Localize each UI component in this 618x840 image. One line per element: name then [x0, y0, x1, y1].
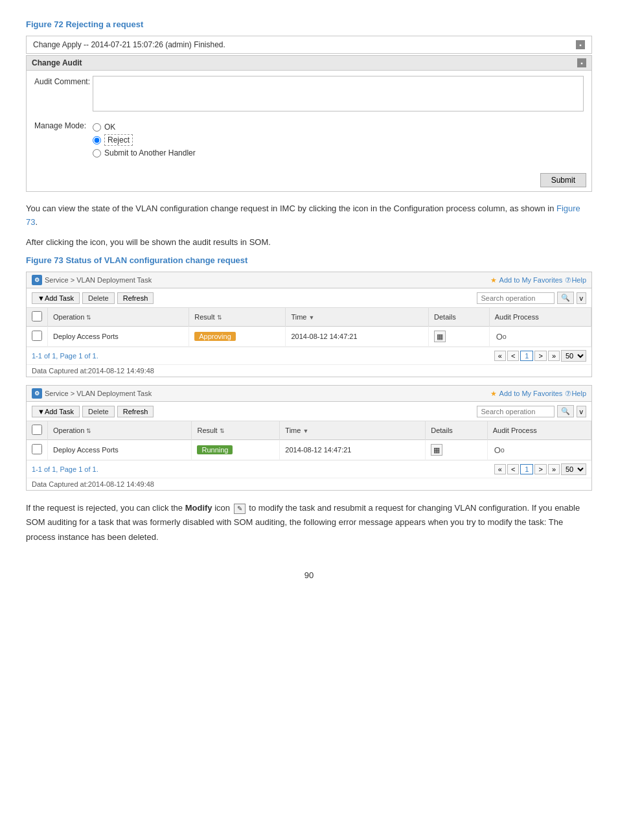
search-area-2: 🔍 v	[477, 405, 587, 417]
radio-reject-input[interactable]	[93, 136, 101, 145]
expand-btn-1[interactable]: v	[577, 292, 587, 304]
figure72-title: Figure 72 Rejecting a request	[26, 19, 592, 29]
change-audit-body: Audit Comment: Manage Mode: OK	[27, 71, 591, 169]
data-captured-2: Data Captured at:2014-08-12 14:49:48	[27, 478, 591, 490]
th-operation-1[interactable]: Operation ⇅	[48, 308, 189, 327]
change-apply-collapse-btn[interactable]: ▪	[576, 40, 585, 49]
figure72-section: Figure 72 Rejecting a request Change App…	[26, 19, 592, 192]
refresh-btn-2[interactable]: Refresh	[117, 406, 154, 417]
pagination-row-2: 1-1 of 1, Page 1 of 1. « < 1 > » 50	[27, 460, 591, 478]
row-time-2-0: 2014-08-12 14:47:21	[280, 440, 426, 460]
help-icon-2[interactable]: ⑦Help	[565, 390, 586, 398]
search-area-1: 🔍 v	[477, 292, 587, 304]
audit-comment-textarea[interactable]	[93, 76, 584, 111]
search-input-2[interactable]	[477, 406, 555, 417]
toolbar-left-1: ▼Add Task Delete Refresh	[32, 292, 154, 304]
body-text-1: You can view the state of the VLAN confi…	[26, 202, 592, 229]
first-page-btn-1[interactable]: «	[494, 351, 506, 361]
row-audit-1-0: Oo	[489, 327, 591, 347]
help-icon-1[interactable]: ⑦Help	[565, 276, 586, 285]
row-details-1-0: ▦	[429, 327, 490, 347]
th-checkbox-2	[27, 421, 48, 440]
th-time-2[interactable]: Time ▼	[280, 421, 426, 440]
star-icon-1: ★	[490, 276, 497, 285]
row-operation-2-0: Deploy Access Ports	[48, 440, 192, 460]
row-audit-2-0: Oo	[487, 440, 591, 460]
change-audit-collapse-btn[interactable]: ▪	[577, 58, 586, 67]
radio-ok-input[interactable]	[93, 123, 101, 132]
search-input-1[interactable]	[477, 292, 555, 304]
data-captured-1: Data Captured at:2014-08-12 14:49:48	[27, 364, 591, 377]
row-check-2-0[interactable]	[32, 444, 42, 454]
pagination-info-1: 1-1 of 1, Page 1 of 1.	[32, 352, 98, 360]
breadcrumb-text-1: Service > VLAN Deployment Task	[45, 276, 152, 284]
th-time-1[interactable]: Time ▼	[286, 308, 429, 327]
delete-btn-2[interactable]: Delete	[82, 406, 115, 417]
radio-reject[interactable]: Reject	[93, 134, 584, 146]
per-page-select-1[interactable]: 50	[561, 350, 586, 362]
manage-mode-row: Manage Mode: OK Reject Submi	[34, 120, 584, 158]
star-icon-2: ★	[490, 390, 497, 398]
body-text-2: After clicking the icon, you will be sho…	[26, 236, 592, 250]
next-page-btn-2[interactable]: >	[534, 464, 546, 474]
expand-btn-2[interactable]: v	[577, 406, 587, 417]
modify-icon[interactable]: ✎	[234, 504, 246, 514]
pagination-info-2: 1-1 of 1, Page 1 of 1.	[32, 465, 98, 473]
vlan-breadcrumb-1: ⚙ Service > VLAN Deployment Task	[32, 275, 152, 285]
status-badge-2-0: Running	[197, 445, 233, 454]
th-checkbox-1	[27, 308, 48, 327]
add-task-btn-1[interactable]: ▼Add Task	[32, 292, 80, 304]
row-details-2-0: ▦	[426, 440, 488, 460]
details-icon-2-0[interactable]: ▦	[431, 444, 442, 456]
manage-mode-label: Manage Mode:	[34, 120, 93, 158]
audit-process-icon-2-0[interactable]: Oo	[493, 443, 506, 456]
row-time-1-0: 2014-08-12 14:47:21	[286, 327, 429, 347]
next-page-btn-1[interactable]: >	[534, 351, 546, 361]
th-result-2[interactable]: Result ⇅	[192, 421, 280, 440]
change-audit-header: Change Audit ▪	[27, 56, 591, 71]
breadcrumb-text-2: Service > VLAN Deployment Task	[45, 390, 152, 397]
details-icon-1-0[interactable]: ▦	[434, 331, 446, 342]
prev-page-btn-2[interactable]: <	[507, 464, 519, 474]
row-check-1-0[interactable]	[32, 331, 42, 341]
vlan-topright-1: ★ Add to My Favorites ⑦Help	[490, 276, 586, 285]
audit-process-icon-1-0[interactable]: Oo	[495, 330, 508, 343]
change-audit-title: Change Audit	[32, 58, 82, 67]
last-page-btn-1[interactable]: »	[548, 351, 560, 361]
prev-page-btn-1[interactable]: <	[507, 351, 519, 361]
add-favorites-link-2[interactable]: Add to My Favorites	[499, 390, 563, 397]
submit-row: Submit	[27, 169, 591, 191]
row-operation-1-0: Deploy Access Ports	[48, 327, 189, 347]
radio-submit[interactable]: Submit to Another Handler	[93, 148, 584, 158]
th-result-1[interactable]: Result ⇅	[189, 308, 286, 327]
bottom-text: If the request is rejected, you can clic…	[26, 501, 592, 544]
search-btn-1[interactable]: 🔍	[557, 292, 574, 304]
row-result-1-0: Approving	[189, 327, 286, 347]
search-btn-2[interactable]: 🔍	[557, 405, 574, 417]
th-operation-2[interactable]: Operation ⇅	[48, 421, 192, 440]
table-row-1-0: Deploy Access Ports Approving 2014-08-12…	[27, 327, 591, 347]
first-page-btn-2[interactable]: «	[494, 464, 506, 474]
data-table-1: Operation ⇅ Result ⇅ Time ▼ Details Audi…	[27, 308, 591, 347]
last-page-btn-2[interactable]: »	[548, 464, 560, 474]
figure73-section: Figure 73 Status of VLAN configuration c…	[26, 255, 592, 491]
audit-comment-row: Audit Comment:	[34, 76, 584, 113]
radio-submit-input[interactable]	[93, 149, 101, 158]
audit-comment-label: Audit Comment:	[34, 76, 93, 113]
bottom-text-part1: If the request is rejected, you can clic…	[26, 503, 185, 513]
per-page-select-2[interactable]: 50	[561, 463, 586, 475]
sort-result-1: ⇅	[217, 314, 222, 321]
sort-time-2: ▼	[303, 428, 308, 434]
change-apply-text: Change Apply -- 2014-07-21 15:07:26 (adm…	[33, 40, 225, 49]
delete-btn-1[interactable]: Delete	[82, 292, 115, 304]
refresh-btn-1[interactable]: Refresh	[117, 292, 154, 304]
submit-button[interactable]: Submit	[540, 173, 586, 187]
select-all-2[interactable]	[32, 425, 42, 435]
body-text-1-part1: You can view the state of the VLAN confi…	[26, 204, 556, 213]
radio-ok[interactable]: OK	[93, 122, 584, 132]
add-task-btn-2[interactable]: ▼Add Task	[32, 406, 80, 417]
add-favorites-link-1[interactable]: Add to My Favorites	[499, 276, 563, 284]
body-text-1-end: .	[35, 217, 38, 227]
select-all-1[interactable]	[32, 311, 42, 321]
vlan-toolbar-2: ▼Add Task Delete Refresh 🔍 v	[27, 402, 591, 421]
